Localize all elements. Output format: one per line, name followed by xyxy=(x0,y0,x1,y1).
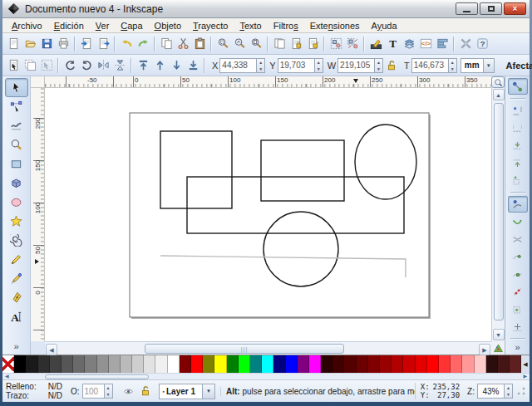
vertical-ruler[interactable]: 200150100500 xyxy=(31,88,45,341)
swatch-000080[interactable] xyxy=(273,355,285,373)
group-objects[interactable] xyxy=(328,35,344,52)
palette-scroll-right-arrow[interactable]: ▶ xyxy=(520,374,530,379)
swatch-f0f0f0[interactable] xyxy=(155,355,167,373)
palette-scroll-left-arrow[interactable]: ◀ xyxy=(2,374,12,379)
raise[interactable] xyxy=(151,56,168,74)
swatch-7e7e7e[interactable] xyxy=(85,355,96,373)
swatch-400000[interactable] xyxy=(332,355,344,373)
swatch-6a6a6a[interactable] xyxy=(73,355,85,373)
snap-bbox-edges[interactable] xyxy=(508,120,528,136)
scroll-up-arrow[interactable]: ▲ xyxy=(493,89,505,100)
swatch-00ffff[interactable] xyxy=(262,355,273,373)
cms-adjust-button[interactable] xyxy=(491,341,505,355)
menu-capa[interactable]: Capa xyxy=(115,20,148,32)
swatch-2b0000[interactable] xyxy=(321,355,332,373)
field-spinner[interactable]: ▲▼ xyxy=(314,58,323,73)
swatch-800000[interactable] xyxy=(368,355,380,373)
snap-bbox-corners[interactable] xyxy=(508,137,528,154)
menu-trayecto[interactable]: Trayecto xyxy=(187,20,234,32)
swatch-1a1a1a[interactable] xyxy=(26,355,37,373)
pen-tool[interactable] xyxy=(5,269,28,288)
zoom-drawing[interactable] xyxy=(231,35,248,52)
swatch-800000[interactable] xyxy=(180,355,191,373)
flip-vertical[interactable] xyxy=(111,56,128,74)
fill-stroke-dialog[interactable] xyxy=(367,35,384,52)
rectangle-tool[interactable] xyxy=(5,154,28,174)
copy[interactable] xyxy=(158,35,175,52)
snap-smooth-nodes[interactable] xyxy=(508,266,528,282)
swatch-2e2e2e[interactable] xyxy=(38,355,50,373)
scroll-left-arrow[interactable]: ◀ xyxy=(46,344,57,355)
snapbar-overflow-chevron[interactable]: » xyxy=(515,342,520,352)
horizontal-ruler[interactable]: -50050100150200250300350 xyxy=(45,76,491,88)
swatch-808000[interactable] xyxy=(203,355,214,373)
box3d-tool[interactable] xyxy=(5,174,28,193)
rotate-cw[interactable] xyxy=(78,56,95,74)
star-tool[interactable] xyxy=(5,212,28,231)
vertical-scrollbar[interactable]: ▲ ▼ xyxy=(491,88,505,341)
drawing-canvas[interactable] xyxy=(45,88,491,341)
layers-dialog[interactable] xyxy=(401,35,417,52)
create-clone[interactable] xyxy=(288,35,304,52)
menu-ver[interactable]: Ver xyxy=(90,20,116,32)
text-dialog[interactable]: T xyxy=(384,35,401,52)
swatch-ff00ff[interactable] xyxy=(309,355,321,373)
opacity-spinner[interactable]: ▲▼ xyxy=(104,384,113,399)
swatch-008080[interactable] xyxy=(250,355,262,373)
new-document[interactable] xyxy=(5,35,22,52)
flip-horizontal[interactable] xyxy=(95,56,111,74)
preferences[interactable] xyxy=(457,35,474,52)
swatch-b20000[interactable] xyxy=(392,355,403,373)
swatch-929292[interactable] xyxy=(97,355,109,373)
layer-lock-icon[interactable] xyxy=(140,385,151,397)
swatch-ff0000[interactable] xyxy=(191,355,203,373)
swatch-a6a6a6[interactable] xyxy=(109,355,121,373)
vertical-scrollbar-thumb[interactable] xyxy=(494,103,504,320)
swatch-990000[interactable] xyxy=(380,355,392,373)
palette-scrollbar-thumb[interactable] xyxy=(45,374,149,379)
duplicate[interactable] xyxy=(271,35,288,52)
node-tool[interactable] xyxy=(5,97,28,116)
swatch-cc0000[interactable] xyxy=(403,355,415,373)
swatch-ffcccc[interactable] xyxy=(475,355,486,373)
save-document[interactable] xyxy=(38,35,55,52)
zoom-tool[interactable] xyxy=(5,135,28,154)
snap-bbox[interactable] xyxy=(508,102,528,119)
snap-enable[interactable] xyxy=(508,78,528,95)
swatch-ff0000[interactable] xyxy=(427,355,439,373)
swatch-ffffff[interactable] xyxy=(168,355,180,373)
spiral-tool[interactable] xyxy=(5,231,28,250)
swatch-000000[interactable] xyxy=(14,355,26,373)
help[interactable]: ? xyxy=(474,35,490,52)
snap-rotation-centers[interactable] xyxy=(508,318,528,335)
swatch-ff6666[interactable] xyxy=(451,355,462,373)
select-all[interactable] xyxy=(5,56,22,74)
horizontal-scrollbar-thumb[interactable]: ||| xyxy=(145,344,344,354)
select-all-layers[interactable] xyxy=(22,56,38,74)
menu-texto[interactable]: Texto xyxy=(234,20,267,32)
raise-to-top[interactable] xyxy=(135,56,151,74)
snap-midpoints[interactable] xyxy=(508,283,528,300)
ungroup-objects[interactable] xyxy=(344,35,361,52)
swatch-5e1f1f[interactable] xyxy=(510,355,521,373)
rotate-ccw[interactable] xyxy=(62,56,78,74)
field-spinner[interactable]: ▲▼ xyxy=(256,58,265,73)
snap-bbox-edge-midpoints[interactable] xyxy=(508,154,528,171)
swatch-none[interactable] xyxy=(2,355,14,373)
field-spinner[interactable]: ▲▼ xyxy=(374,58,383,73)
swatch-451515[interactable] xyxy=(498,355,510,373)
xml-editor[interactable]: </> xyxy=(417,35,434,52)
swatch-0000ff[interactable] xyxy=(286,355,298,373)
field-input-w[interactable] xyxy=(337,58,374,73)
menu-edicion[interactable]: Edición xyxy=(48,20,90,32)
menu-objeto[interactable]: Objeto xyxy=(149,20,187,32)
swatch-e50000[interactable] xyxy=(416,355,427,373)
selector-tool[interactable] xyxy=(5,78,28,97)
zoom-spinner[interactable]: ▲▼ xyxy=(504,384,513,399)
sticky-zoom-button[interactable] xyxy=(491,76,505,88)
lower[interactable] xyxy=(168,56,185,74)
ellipse-tool[interactable] xyxy=(5,193,28,212)
minimize-button[interactable] xyxy=(456,2,478,15)
lower-to-bottom[interactable] xyxy=(185,56,201,74)
pencil-tool[interactable] xyxy=(5,250,28,269)
